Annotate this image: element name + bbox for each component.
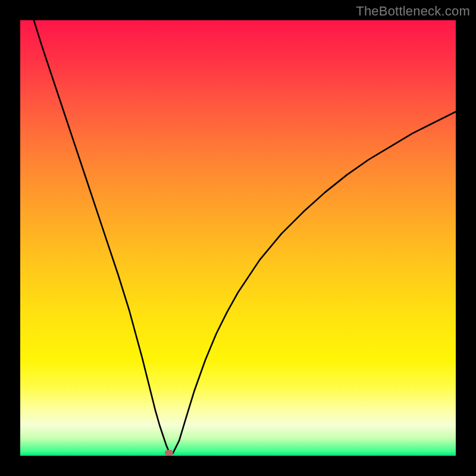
chart-frame: TheBottleneck.com	[0, 0, 476, 476]
plot-area	[20, 20, 456, 456]
bottleneck-curve	[20, 20, 456, 456]
minimum-marker	[165, 450, 173, 456]
watermark-text: TheBottleneck.com	[356, 4, 470, 19]
